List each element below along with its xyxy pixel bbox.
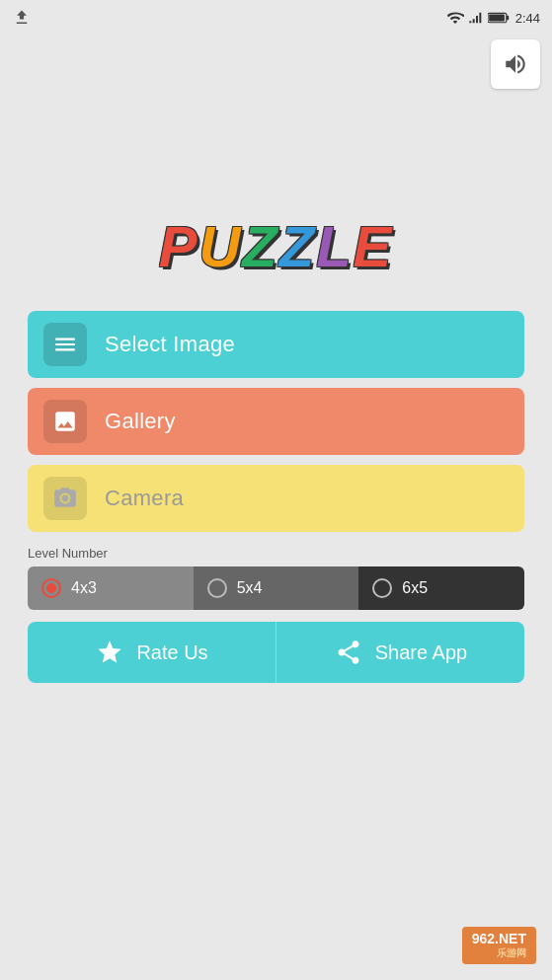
camera-icon — [52, 486, 78, 511]
main-content: PUZZLE Select Image Gallery — [0, 213, 552, 683]
watermark-text: 962.NET — [472, 931, 526, 946]
star-icon — [96, 639, 123, 666]
gallery-label: Gallery — [105, 409, 176, 434]
gallery-icon-container — [43, 400, 87, 443]
level-label: Level Number — [28, 546, 524, 561]
camera-button[interactable]: Camera — [28, 465, 524, 532]
volume-icon — [503, 51, 528, 77]
logo-letter-p: P — [159, 214, 199, 278]
watermark-sub: 乐游网 — [472, 946, 526, 960]
bottom-buttons: Rate Us Share App — [28, 622, 524, 683]
wifi-icon — [446, 9, 464, 27]
level-text-5x4: 5x4 — [237, 579, 263, 597]
status-bar-right: 2:44 — [446, 9, 540, 27]
status-bar: 2:44 — [0, 0, 552, 36]
share-app-button[interactable]: Share App — [276, 622, 524, 683]
level-section: Level Number 4x3 5x4 6x5 — [28, 546, 524, 610]
camera-icon-container — [43, 477, 87, 520]
camera-label: Camera — [105, 486, 184, 511]
status-icons — [446, 9, 510, 27]
battery-icon — [488, 11, 510, 25]
download-icon — [12, 8, 32, 28]
logo: PUZZLE — [159, 213, 394, 279]
level-selector: 4x3 5x4 6x5 — [28, 566, 524, 610]
logo-letter-u: U — [198, 214, 242, 278]
share-icon-container — [334, 638, 363, 667]
list-icon — [52, 332, 78, 357]
signal-icon — [468, 10, 484, 26]
level-radio-5x4 — [207, 578, 227, 598]
logo-letter-e: E — [354, 214, 394, 278]
level-radio-4x3 — [41, 578, 61, 598]
status-bar-left — [12, 8, 32, 28]
sound-button[interactable] — [491, 39, 540, 89]
gallery-button[interactable]: Gallery — [28, 388, 524, 455]
select-image-label: Select Image — [105, 332, 235, 357]
gallery-icon — [52, 409, 78, 434]
menu-buttons: Select Image Gallery Camera — [28, 311, 524, 532]
level-radio-6x5 — [372, 578, 392, 598]
status-time: 2:44 — [515, 11, 540, 26]
level-option-4x3[interactable]: 4x3 — [28, 566, 194, 610]
share-icon — [335, 639, 362, 666]
level-text-4x3: 4x3 — [71, 579, 97, 597]
rate-us-label: Rate Us — [136, 641, 207, 664]
share-app-label: Share App — [375, 641, 467, 664]
level-text-6x5: 6x5 — [402, 579, 428, 597]
svg-rect-1 — [507, 16, 509, 21]
select-image-button[interactable]: Select Image — [28, 311, 524, 378]
level-option-6x5[interactable]: 6x5 — [358, 566, 524, 610]
rate-us-button[interactable]: Rate Us — [28, 622, 276, 683]
logo-text: PUZZLE — [159, 213, 394, 279]
list-icon-container — [43, 323, 87, 366]
logo-letter-z1: Z — [242, 214, 278, 278]
watermark: 962.NET 乐游网 — [462, 927, 536, 964]
logo-letter-z2: Z — [279, 214, 316, 278]
level-option-5x4[interactable]: 5x4 — [194, 566, 359, 610]
svg-rect-2 — [489, 14, 505, 21]
logo-letter-l: L — [316, 214, 353, 278]
star-icon-container — [95, 638, 124, 667]
